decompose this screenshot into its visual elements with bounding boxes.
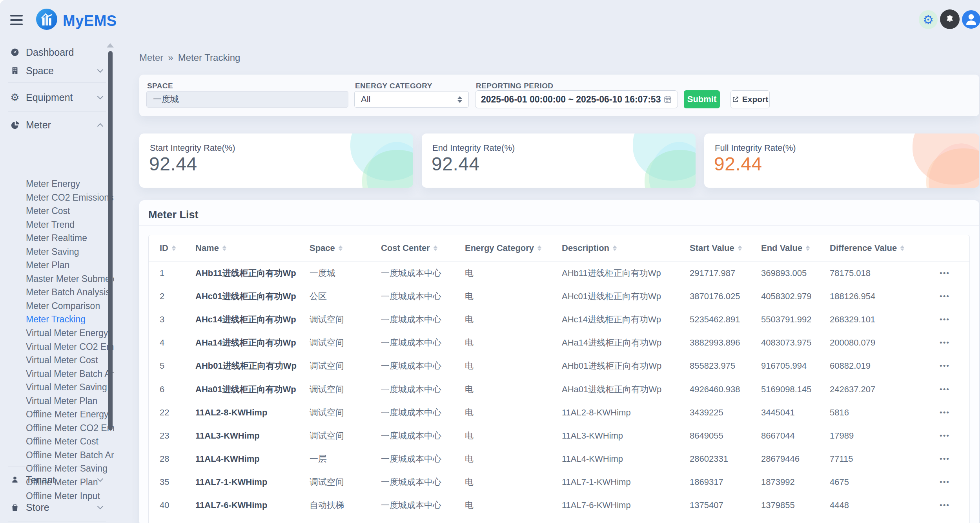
- cell-start-value: 5235462.891: [690, 315, 740, 325]
- cell-cost-center: 一度城成本中心: [381, 337, 441, 349]
- sidebar-item-offline-meter-batch-analysis[interactable]: Offline Meter Batch Analysis: [0, 448, 114, 462]
- cell-start-value: 3870176.025: [690, 291, 740, 302]
- submit-button[interactable]: Submit: [684, 90, 720, 108]
- sidebar-item-meter-co2-emissions[interactable]: Meter CO2 Emissions: [0, 191, 114, 205]
- sidebar-item-tenant[interactable]: Tenant: [0, 471, 114, 489]
- row-actions-button[interactable]: •••: [940, 338, 950, 347]
- sort-icon: [222, 245, 226, 251]
- sidebar-scroll-up-arrow[interactable]: [107, 43, 114, 48]
- shopping-bag-icon: [10, 503, 20, 512]
- sidebar-item-virtual-meter-saving[interactable]: Virtual Meter Saving: [0, 380, 114, 394]
- row-actions-button[interactable]: •••: [940, 432, 950, 440]
- user-avatar[interactable]: [962, 10, 980, 29]
- row-actions-button[interactable]: •••: [940, 292, 950, 301]
- row-actions-button[interactable]: •••: [940, 408, 950, 417]
- sidebar-item-meter-realtime[interactable]: Meter Realtime: [0, 231, 114, 245]
- cell-space: 调试空间: [310, 430, 344, 442]
- cell-start-value: 1375407: [690, 500, 723, 510]
- cell-cost-center: 一度城成本中心: [381, 360, 441, 372]
- sidebar-item-meter-batch-analysis[interactable]: Meter Batch Analysis: [0, 285, 114, 299]
- sidebar-item-equipment[interactable]: ⚙ Equipment: [0, 88, 114, 106]
- sidebar-item-virtual-meter-plan[interactable]: Virtual Meter Plan: [0, 394, 114, 408]
- sidebar-item-space[interactable]: Space: [0, 62, 114, 80]
- space-label: SPACE: [147, 82, 173, 90]
- cell-id: 22: [160, 408, 169, 418]
- table-row: 3AHc14进线柜正向有功Wp调试空间一度城成本中心电AHc14进线柜正向有功W…: [149, 308, 969, 331]
- row-actions-button[interactable]: •••: [940, 455, 950, 463]
- sidebar-item-meter-energy[interactable]: Meter Energy: [0, 177, 114, 191]
- cell-id: 2: [160, 291, 164, 302]
- settings-gear-icon[interactable]: ⚙: [919, 10, 938, 29]
- row-actions-button[interactable]: •••: [940, 269, 950, 278]
- row-actions-button[interactable]: •••: [940, 478, 950, 486]
- column-header-space[interactable]: Space: [310, 243, 342, 253]
- space-input[interactable]: [146, 91, 348, 108]
- sidebar-item-store[interactable]: Store: [0, 498, 114, 516]
- table-row: 5AHb01进线柜正向有功Wp调试空间一度城成本中心电AHb01进线柜正向有功W…: [149, 355, 969, 378]
- cell-id: 40: [160, 500, 169, 510]
- sidebar-item-virtual-meter-co2-emissions[interactable]: Virtual Meter CO2 Emissions: [0, 340, 114, 354]
- sidebar-item-dashboard[interactable]: Dashboard: [0, 43, 114, 61]
- sidebar-item-virtual-meter-batch-analysis[interactable]: Virtual Meter Batch Analysis: [0, 367, 114, 381]
- sidebar-item-meter-saving[interactable]: Meter Saving: [0, 245, 114, 259]
- cell-end-value: 916705.994: [761, 361, 807, 371]
- cell-start-value: 1869317: [690, 477, 723, 487]
- row-actions-button[interactable]: •••: [940, 385, 950, 394]
- breadcrumb-parent[interactable]: Meter: [139, 52, 163, 63]
- cell-space: 公区: [310, 291, 327, 302]
- pie-chart-icon: [10, 120, 20, 130]
- sidebar-item-meter-plan[interactable]: Meter Plan: [0, 258, 114, 272]
- energy-category-select[interactable]: All: [354, 91, 469, 108]
- column-header-name[interactable]: Name: [195, 243, 226, 253]
- column-header-id[interactable]: ID: [160, 243, 176, 253]
- cell-start-value: 8649055: [690, 431, 723, 441]
- column-header-start-value[interactable]: Start Value: [690, 243, 742, 253]
- row-actions-button[interactable]: •••: [940, 501, 950, 510]
- myems-logo[interactable]: [36, 9, 57, 30]
- sidebar-item-meter[interactable]: Meter: [0, 116, 114, 134]
- buildings-glyph: [36, 9, 57, 30]
- sidebar-item-offline-meter-energy[interactable]: Offline Meter Energy: [0, 408, 114, 421]
- cell-name: AHa14进线柜正向有功Wp: [195, 337, 296, 349]
- sidebar-item-virtual-meter-cost[interactable]: Virtual Meter Cost: [0, 353, 114, 367]
- energy-category-value: All: [361, 94, 370, 104]
- row-actions-button[interactable]: •••: [940, 315, 950, 324]
- sidebar-item-meter-comparison[interactable]: Meter Comparison: [0, 299, 114, 313]
- cell-difference-value: 78175.018: [830, 268, 871, 278]
- breadcrumb-separator: »: [168, 52, 173, 63]
- cell-energy-category: 电: [465, 314, 474, 326]
- cell-space: 调试空间: [310, 407, 344, 419]
- sidebar-divider: [8, 493, 106, 493]
- breadcrumb-current: Meter Tracking: [178, 52, 240, 63]
- gear-icon: ⚙: [10, 93, 20, 102]
- sidebar-item-meter-trend[interactable]: Meter Trend: [0, 218, 114, 232]
- sidebar-scrollbar[interactable]: [108, 51, 113, 430]
- sidebar-item-offline-meter-cost[interactable]: Offline Meter Cost: [0, 435, 114, 448]
- sidebar-item-meter-cost[interactable]: Meter Cost: [0, 204, 114, 218]
- cell-start-value: 28602331: [690, 454, 728, 464]
- sidebar-item-virtual-meter-energy[interactable]: Virtual Meter Energy: [0, 326, 114, 340]
- cell-difference-value: 17989: [830, 431, 854, 441]
- notifications-bell-icon[interactable]: [940, 9, 960, 29]
- cell-energy-category: 电: [465, 499, 474, 511]
- cell-end-value: 1379855: [761, 500, 795, 510]
- column-header-description[interactable]: Description: [562, 243, 617, 253]
- column-header-energy-category[interactable]: Energy Category: [465, 243, 541, 253]
- cell-description: AHb01进线柜正向有功Wp: [562, 360, 661, 372]
- panel-title: Meter List: [148, 209, 199, 221]
- cell-id: 28: [160, 454, 169, 464]
- reporting-period-input[interactable]: 2025-06-01 00:00:00 ~ 2025-06-10 16:07:5…: [475, 90, 678, 108]
- column-header-end-value[interactable]: End Value: [761, 243, 810, 253]
- sidebar-item-meter-tracking[interactable]: Meter Tracking: [0, 313, 114, 326]
- column-header-difference-value[interactable]: Difference Value: [830, 243, 904, 253]
- row-actions-button[interactable]: •••: [940, 362, 950, 370]
- hamburger-menu-icon[interactable]: [10, 15, 24, 26]
- sidebar-item-master-meter-submeters-balance[interactable]: Master Meter Submeters Balance: [0, 272, 114, 286]
- cell-name: AHa01进线柜正向有功Wp: [195, 384, 296, 395]
- cell-name: AHc14进线柜正向有功Wp: [195, 314, 296, 326]
- export-button[interactable]: Export: [730, 90, 770, 108]
- cell-name: 11AL4-KWHimp: [195, 454, 260, 464]
- cell-energy-category: 电: [465, 360, 474, 372]
- column-header-cost-center[interactable]: Cost Center: [381, 243, 437, 253]
- sidebar-item-offline-meter-co2-emissions[interactable]: Offline Meter CO2 Emissions: [0, 421, 114, 435]
